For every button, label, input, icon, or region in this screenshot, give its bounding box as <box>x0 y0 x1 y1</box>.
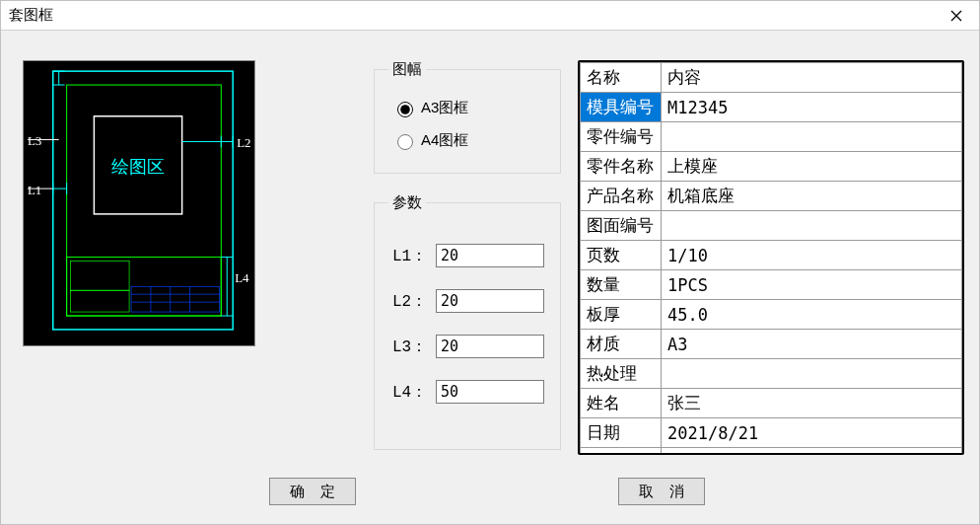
titlebar: 套图框 <box>1 1 979 31</box>
cell-name[interactable]: 数量 <box>581 270 662 300</box>
cancel-button-label: 取 消 <box>639 483 690 501</box>
table-row[interactable]: 材质A3 <box>581 330 962 359</box>
radio-a3[interactable] <box>397 102 413 117</box>
param-l4-input[interactable] <box>436 380 544 404</box>
cell-name[interactable]: 版本 <box>581 448 662 456</box>
dialog-body: 绘图区 <box>1 31 979 524</box>
param-l3-label: L3： <box>392 337 436 357</box>
cell-name[interactable]: 模具编号 <box>581 93 662 122</box>
cell-value[interactable]: A3 <box>662 330 962 359</box>
radio-row-a4[interactable]: A4图框 <box>392 131 542 150</box>
format-legend: 图幅 <box>388 60 426 79</box>
close-icon <box>950 10 962 22</box>
cell-value[interactable]: 机箱底座 <box>662 182 962 211</box>
frame-preview: 绘图区 <box>23 60 255 346</box>
param-l1-label: L1： <box>392 246 436 266</box>
preview-svg: 绘图区 <box>24 61 254 345</box>
cell-value[interactable]: 张三 <box>662 389 962 418</box>
svg-rect-6 <box>71 262 129 291</box>
param-row-l2: L2： <box>392 289 546 313</box>
col-name-header[interactable]: 名称 <box>581 63 662 93</box>
radio-a3-label: A3图框 <box>421 99 468 117</box>
cell-value[interactable]: 1/10 <box>662 241 962 270</box>
cell-name[interactable]: 图面编号 <box>581 211 662 241</box>
cell-name[interactable]: 零件名称 <box>581 152 662 182</box>
cell-name[interactable]: 姓名 <box>581 389 662 418</box>
cell-value[interactable]: A <box>662 448 962 456</box>
cell-name[interactable]: 零件编号 <box>581 122 662 152</box>
cell-value[interactable]: 上模座 <box>662 152 962 182</box>
table-row[interactable]: 姓名张三 <box>581 389 962 418</box>
cell-name[interactable]: 材质 <box>581 330 662 359</box>
cell-value[interactable]: 2021/8/21 <box>662 418 962 448</box>
params-fieldset: 参数 L1： L2： L3： L4： <box>374 193 561 450</box>
cell-name[interactable]: 热处理 <box>581 359 662 389</box>
preview-l4-label: L4 <box>235 271 249 285</box>
cell-name[interactable]: 日期 <box>581 418 662 448</box>
window-title: 套图框 <box>9 6 934 25</box>
radio-row-a3[interactable]: A3图框 <box>392 99 542 117</box>
cell-value[interactable] <box>662 211 962 241</box>
ok-button[interactable]: 确 定 <box>269 478 356 505</box>
preview-l3-label: L3 <box>28 135 41 149</box>
cell-value[interactable]: M12345 <box>662 93 962 122</box>
drawing-area-label: 绘图区 <box>111 157 165 177</box>
param-l2-label: L2： <box>392 291 436 312</box>
param-l3-input[interactable] <box>436 335 544 358</box>
table-row[interactable]: 图面编号 <box>581 211 962 241</box>
table-row[interactable]: 热处理 <box>581 359 962 389</box>
table-row[interactable]: 数量1PCS <box>581 270 962 300</box>
close-button[interactable] <box>934 1 979 31</box>
table-row[interactable]: 日期2021/8/21 <box>581 418 962 448</box>
cell-name[interactable]: 产品名称 <box>581 182 662 211</box>
col-value-header[interactable]: 内容 <box>662 63 962 93</box>
table-row[interactable]: 版本A <box>581 448 962 456</box>
cell-name[interactable]: 页数 <box>581 241 662 270</box>
param-l1-input[interactable] <box>436 244 544 267</box>
svg-rect-3 <box>67 85 222 316</box>
cancel-button[interactable]: 取 消 <box>618 478 705 505</box>
properties-table-wrap: 名称 内容 模具编号M12345零件编号零件名称上模座产品名称机箱底座图面编号页… <box>578 60 964 455</box>
cell-value[interactable]: 1PCS <box>662 270 962 300</box>
preview-l2-label: L2 <box>237 136 250 150</box>
radio-a4[interactable] <box>397 134 413 150</box>
params-legend: 参数 <box>388 193 426 212</box>
properties-table[interactable]: 名称 内容 模具编号M12345零件编号零件名称上模座产品名称机箱底座图面编号页… <box>580 62 962 455</box>
cell-name[interactable]: 板厚 <box>581 300 662 330</box>
ok-button-label: 确 定 <box>290 483 341 501</box>
svg-rect-2 <box>53 71 233 330</box>
table-row[interactable]: 零件名称上模座 <box>581 152 962 182</box>
dialog-frame: 套图框 绘图区 <box>0 0 980 525</box>
preview-l1-label: L1 <box>28 184 41 197</box>
table-row[interactable]: 模具编号M12345 <box>581 93 962 122</box>
param-row-l3: L3： <box>392 335 546 358</box>
table-header-row: 名称 内容 <box>581 63 962 93</box>
radio-a4-label: A4图框 <box>421 131 468 150</box>
svg-rect-8 <box>131 286 219 312</box>
table-row[interactable]: 产品名称机箱底座 <box>581 182 962 211</box>
param-row-l1: L1： <box>392 244 546 267</box>
table-row[interactable]: 页数1/10 <box>581 241 962 270</box>
param-l2-input[interactable] <box>436 289 544 313</box>
cell-value[interactable]: 45.0 <box>662 300 962 330</box>
table-row[interactable]: 板厚45.0 <box>581 300 962 330</box>
svg-rect-7 <box>71 290 129 312</box>
param-l4-label: L4： <box>392 382 436 403</box>
cell-value[interactable] <box>662 359 962 389</box>
format-fieldset: 图幅 A3图框 A4图框 <box>374 60 561 174</box>
cell-value[interactable] <box>662 122 962 152</box>
table-row[interactable]: 零件编号 <box>581 122 962 152</box>
param-row-l4: L4： <box>392 380 546 404</box>
